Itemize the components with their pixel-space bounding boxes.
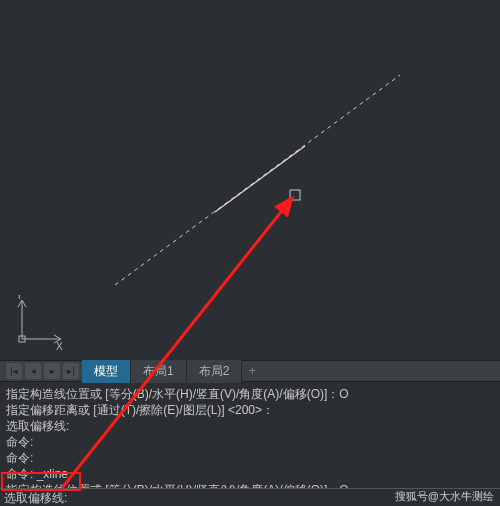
watermark: 搜狐号@大水牛测绘: [395, 489, 494, 504]
svg-rect-2: [290, 190, 300, 200]
tab-nav-prev[interactable]: ◂: [25, 363, 41, 379]
command-history[interactable]: 指定构造线位置或 [等分(B)/水平(H)/竖直(V)/角度(A)/偏移(O)]…: [0, 382, 500, 488]
tab-model[interactable]: 模型: [82, 360, 131, 383]
history-line: 选取偏移线:: [6, 418, 494, 434]
drawing-content: [0, 0, 500, 360]
ucs-x-label: X: [56, 341, 63, 350]
svg-line-0: [115, 75, 400, 285]
svg-line-1: [215, 146, 305, 212]
tab-nav-next[interactable]: ▸: [44, 363, 60, 379]
tab-layout1[interactable]: 布局1: [131, 360, 187, 383]
tab-nav-last[interactable]: ▸|: [63, 363, 79, 379]
drawing-canvas[interactable]: Y X: [0, 0, 500, 360]
layout-tab-bar: |◂ ◂ ▸ ▸| 模型 布局1 布局2 +: [0, 360, 500, 382]
tab-nav-first[interactable]: |◂: [6, 363, 22, 379]
ucs-y-label: Y: [16, 295, 23, 301]
tab-add-button[interactable]: +: [242, 364, 262, 378]
history-line: 命令:: [6, 434, 494, 450]
command-prompt: 选取偏移线:: [4, 490, 67, 506]
history-line: 指定偏移距离或 [通过(T)/擦除(E)/图层(L)] <200>：: [6, 402, 494, 418]
history-line: 命令: _xline: [6, 466, 494, 482]
history-line: 命令:: [6, 450, 494, 466]
tab-layout2[interactable]: 布局2: [187, 360, 243, 383]
history-line: 指定构造线位置或 [等分(B)/水平(H)/竖直(V)/角度(A)/偏移(O)]…: [6, 386, 494, 402]
ucs-icon: Y X: [14, 295, 64, 352]
